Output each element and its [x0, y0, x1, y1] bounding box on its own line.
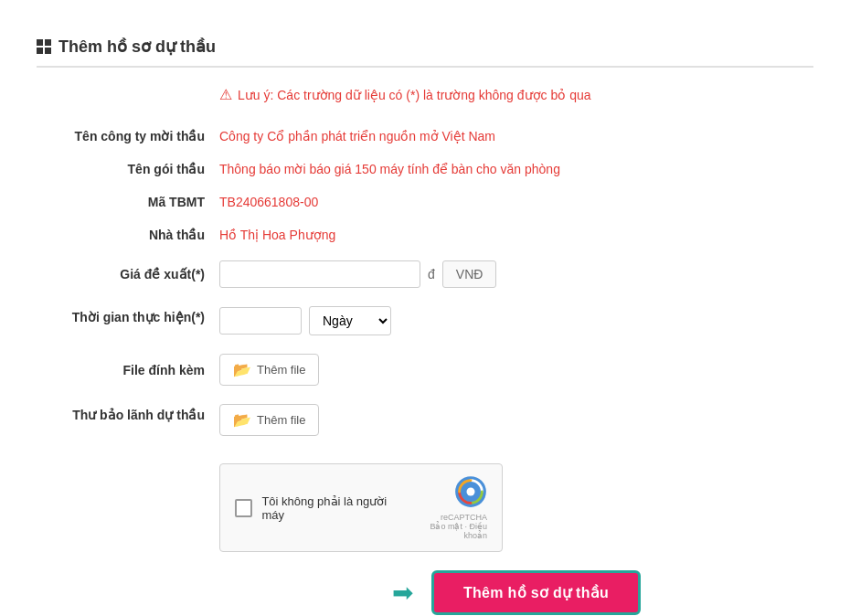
svg-point-1	[467, 488, 475, 496]
price-suffix: đ	[428, 267, 435, 281]
captcha-container: Tôi không phải là người máy reCAPTCHA Bả…	[219, 463, 813, 552]
code-label: Mã TBMT	[37, 186, 219, 218]
time-row: Thời gian thực hiện(*) Ngày Tuần Tháng	[37, 297, 813, 345]
attachment-cell: 📂 Thêm file	[219, 345, 813, 395]
package-row: Tên gói thầu Thông báo mời báo giá 150 m…	[37, 153, 813, 186]
package-label: Tên gói thầu	[37, 153, 219, 186]
company-row: Tên công ty mời thầu Công ty Cổ phần phá…	[37, 120, 813, 153]
captcha-checkbox[interactable]	[235, 499, 252, 517]
folder-icon-attachment: 📂	[233, 361, 251, 378]
price-row: Giá đề xuất(*) đ VNĐ	[37, 251, 813, 297]
time-cell: Ngày Tuần Tháng	[219, 297, 813, 345]
guarantee-row: Thư bảo lãnh dự thầu 📂 Thêm file	[37, 395, 813, 445]
supplier-label: Nhà thầu	[37, 218, 219, 251]
package-value: Thông báo mời báo giá 150 máy tính để bà…	[219, 153, 813, 186]
guarantee-cell: 📂 Thêm file	[219, 395, 813, 445]
attachment-row: File đính kèm 📂 Thêm file	[37, 345, 813, 395]
price-label: Giá đề xuất(*)	[37, 251, 219, 297]
captcha-box: Tôi không phải là người máy reCAPTCHA Bả…	[219, 463, 503, 552]
page-title: Thêm hồ sơ dự thầu	[58, 37, 216, 57]
captcha-left: Tôi không phải là người máy	[235, 494, 407, 522]
page-title-row: Thêm hồ sơ dự thầu	[37, 37, 813, 68]
supplier-value: Hồ Thị Hoa Phượng	[219, 218, 813, 251]
attachment-label: File đính kèm	[37, 345, 219, 395]
time-input[interactable]	[219, 307, 302, 335]
company-label: Tên công ty mời thầu	[37, 120, 219, 153]
price-input-group: đ VNĐ	[219, 260, 813, 288]
attachment-btn[interactable]: 📂 Thêm file	[219, 354, 319, 386]
guarantee-label: Thư bảo lãnh dự thầu	[37, 395, 219, 445]
grid-icon	[37, 39, 51, 54]
notice-text: Lưu ý: Các trường dữ liệu có (*) là trườ…	[238, 88, 591, 102]
notice-row: ⚠ Lưu ý: Các trường dữ liệu có (*) là tr…	[219, 86, 813, 103]
guarantee-btn[interactable]: 📂 Thêm file	[219, 404, 319, 436]
time-input-group: Ngày Tuần Tháng	[219, 306, 813, 335]
recaptcha-logo-icon	[454, 475, 487, 508]
supplier-row: Nhà thầu Hồ Thị Hoa Phượng	[37, 218, 813, 251]
captcha-links: Bảo mật · Điều khoản	[407, 522, 487, 540]
submit-button[interactable]: Thêm hồ sơ dự thầu	[431, 570, 641, 615]
captcha-brand: reCAPTCHA	[407, 513, 487, 522]
page-container: Thêm hồ sơ dự thầu ⚠ Lưu ý: Các trường d…	[18, 18, 832, 616]
time-unit-select[interactable]: Ngày Tuần Tháng	[309, 306, 391, 335]
form-table: Tên công ty mời thầu Công ty Cổ phần phá…	[37, 120, 813, 445]
price-cell: đ VNĐ	[219, 251, 813, 297]
company-value: Công ty Cổ phần phát triển nguồn mở Việt…	[219, 120, 813, 153]
captcha-label: Tôi không phải là người máy	[261, 494, 407, 522]
code-row: Mã TBMT TB240661808-00	[37, 186, 813, 218]
folder-icon-guarantee: 📂	[233, 411, 251, 429]
currency-display: VNĐ	[442, 260, 497, 288]
arrow-right-icon: ➡	[392, 578, 413, 608]
captcha-right: reCAPTCHA Bảo mật · Điều khoản	[407, 475, 487, 540]
code-value: TB240661808-00	[219, 186, 813, 218]
submit-row: ➡ Thêm hồ sơ dự thầu	[37, 570, 813, 615]
time-label: Thời gian thực hiện(*)	[37, 297, 219, 345]
price-input[interactable]	[219, 260, 420, 288]
warning-icon: ⚠	[219, 86, 232, 103]
